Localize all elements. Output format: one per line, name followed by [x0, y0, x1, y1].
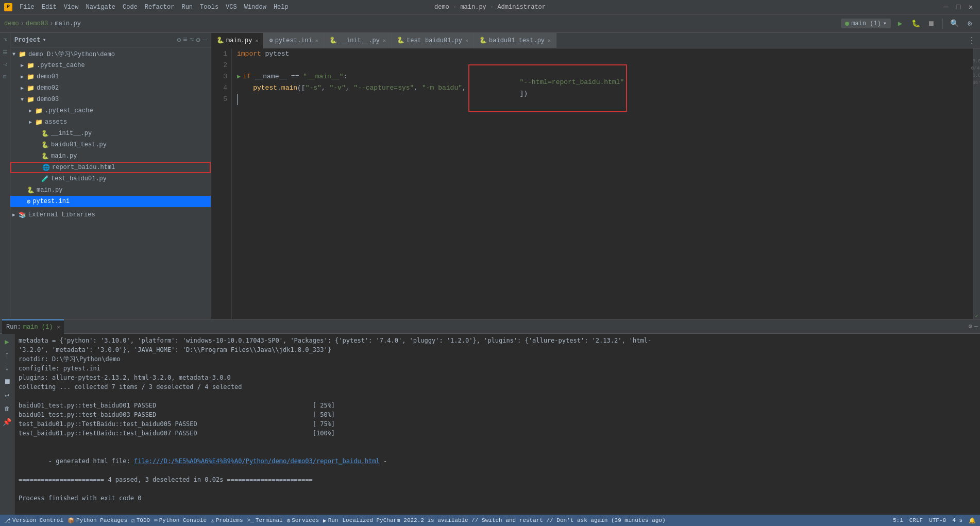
sidebar-dropdown-icon[interactable]: ▾	[42, 36, 46, 44]
settings-icon[interactable]: ⚙	[969, 323, 972, 330]
tree-item-demo02[interactable]: ▶ 📁 demo02	[10, 82, 211, 94]
run-configuration[interactable]: main (1) ▾	[841, 19, 891, 28]
run-button[interactable]: ▶	[894, 18, 906, 30]
tree-item-main-py-root[interactable]: 🐍 main.py	[10, 184, 211, 196]
code-text: .	[277, 82, 281, 94]
menu-code[interactable]: Code	[120, 3, 141, 12]
stop-button[interactable]: ⏹	[925, 18, 937, 30]
settings-icon[interactable]: ⚙	[196, 36, 200, 44]
collapse-icon[interactable]: ≡	[183, 36, 187, 44]
menu-tools[interactable]: Tools	[197, 3, 222, 12]
settings-button[interactable]: ⚙	[964, 18, 976, 30]
tree-item-demo[interactable]: ▼ 📁 demo D:\学习\Python\demo	[10, 48, 211, 60]
console-line	[19, 438, 976, 447]
minimize-panel-icon[interactable]: —	[974, 323, 978, 330]
menu-vcs[interactable]: VCS	[223, 3, 240, 12]
tab-close-button[interactable]: ✕	[465, 38, 468, 44]
status-version-control[interactable]: ⎇ Version Control	[4, 517, 63, 524]
tab-baidu01-test[interactable]: 🐍 baidu01_test.py ✕	[474, 33, 556, 48]
sort-icon[interactable]: ≈	[190, 36, 194, 44]
sidebar-header-icons[interactable]: ⊕ ≡ ≈ ⚙ —	[177, 36, 207, 44]
tree-item-test-baidu01[interactable]: 🧪 test_baidu01.py	[10, 173, 211, 184]
tree-item-init-py[interactable]: 🐍 __init__.py	[10, 128, 211, 139]
menu-help[interactable]: Help	[271, 3, 292, 12]
title-bar: P File Edit View Navigate Code Refactor …	[0, 0, 980, 14]
python-file-icon: 🐍	[41, 152, 49, 160]
status-indent[interactable]: 4 s	[952, 517, 962, 523]
status-encoding[interactable]: UTF-8	[929, 517, 946, 523]
bookmark-icon[interactable]: ☰	[1, 47, 10, 57]
code-text: pytest	[261, 48, 290, 60]
menu-run[interactable]: Run	[178, 3, 196, 12]
run-config-name: main (1)	[23, 324, 53, 331]
scroll-down-button[interactable]: ↓	[2, 363, 13, 374]
status-position[interactable]: 5:1	[893, 517, 903, 523]
minimize-icon[interactable]: —	[202, 36, 207, 44]
close-button[interactable]: ✕	[966, 2, 976, 12]
tree-item-pytest-cache2[interactable]: ▶ 📁 .pytest_cache	[10, 105, 211, 116]
menu-file[interactable]: File	[16, 3, 38, 12]
run-tab[interactable]: Run: main (1) ✕	[2, 319, 64, 334]
scroll-up-button[interactable]: ↑	[2, 349, 13, 361]
tree-item-external-libraries[interactable]: ▶ 📚 External Libraries	[10, 209, 211, 220]
tab-pytest-ini[interactable]: ⚙ pytest.ini ✕	[264, 33, 324, 48]
status-notifications[interactable]: 🔔	[969, 517, 976, 524]
status-services[interactable]: ⚙ Services	[287, 517, 319, 524]
tab-icon: ⚙	[269, 37, 273, 44]
tree-item-report-html[interactable]: 🌐 report_baidu.html	[10, 162, 211, 173]
tab-close-button[interactable]: ✕	[255, 38, 258, 44]
project-icon[interactable]: P	[1, 35, 10, 44]
menu-view[interactable]: View	[61, 3, 82, 12]
menu-edit[interactable]: Edit	[39, 3, 60, 12]
stop-run-button[interactable]: ⏹	[2, 376, 13, 387]
tab-overflow-button[interactable]: ⋮	[964, 36, 980, 46]
learn-icon[interactable]: ?	[1, 60, 10, 69]
pin-button[interactable]: 📌	[2, 416, 13, 428]
tree-item-pytest-cache[interactable]: ▶ 📁 .pytest_cache	[10, 60, 211, 71]
menu-bar[interactable]: File Edit View Navigate Code Refactor Ru…	[16, 3, 292, 12]
html-report-link[interactable]: file:///D:/%E5%AD%A6%E4%B9%A0/Python/dem…	[134, 457, 380, 465]
tab-test-baidu01[interactable]: 🐍 test_baidu01.py ✕	[392, 33, 474, 48]
maximize-button[interactable]: □	[953, 2, 964, 12]
status-run[interactable]: ▶ Run	[323, 517, 338, 524]
tree-item-demo01[interactable]: ▶ 📁 demo01	[10, 71, 211, 82]
status-line-ending[interactable]: CRLF	[909, 517, 923, 523]
tab-close-button[interactable]: ✕	[548, 38, 551, 44]
services-icon: ⚙	[287, 517, 291, 524]
run-again-button[interactable]: ▶	[2, 336, 13, 347]
minimize-button[interactable]: ─	[941, 2, 951, 12]
menu-refactor[interactable]: Refactor	[142, 3, 178, 12]
breadcrumb-part: demo	[4, 20, 19, 27]
status-python-console[interactable]: ⌨ Python Console	[154, 517, 207, 524]
close-run-tab[interactable]: ✕	[57, 324, 60, 330]
title-bar-left: P File Edit View Navigate Code Refactor …	[4, 3, 292, 12]
tab-close-button[interactable]: ✕	[315, 38, 318, 44]
tree-item-assets[interactable]: ▶ 📁 assets	[10, 116, 211, 128]
editor-content[interactable]: 1 2 3 4 5 import pytest ▶ if __name__ =	[211, 48, 980, 319]
clear-output-button[interactable]: 🗑	[2, 403, 13, 414]
tree-item-main-py[interactable]: 🐍 main.py	[10, 150, 211, 162]
debug-button[interactable]: 🐛	[909, 18, 922, 30]
status-terminal[interactable]: >_ Terminal	[247, 517, 283, 523]
code-editor[interactable]: import pytest ▶ if __name__ == "__main__…	[232, 48, 973, 319]
position-label: 5:1	[893, 517, 903, 523]
status-bar: ⎇ Version Control 📦 Python Packages ☑ TO…	[0, 515, 980, 526]
tree-item-pytest-ini[interactable]: ⚙ pytest.ini	[10, 196, 211, 207]
tab-main-py[interactable]: 🐍 main.py ✕	[211, 33, 264, 48]
string-m: "-m baidu"	[422, 82, 462, 94]
tab-close-button[interactable]: ✕	[383, 38, 386, 44]
structure-icon[interactable]: ⊞	[1, 72, 10, 81]
code-line-1: import pytest	[237, 48, 968, 60]
locate-icon[interactable]: ⊕	[177, 36, 181, 44]
window-controls[interactable]: ─ □ ✕	[941, 2, 976, 12]
menu-window[interactable]: Window	[241, 3, 269, 12]
search-button[interactable]: 🔍	[948, 18, 960, 30]
toggle-wrapping-button[interactable]: ↩	[2, 389, 13, 401]
status-python-packages[interactable]: 📦 Python Packages	[67, 517, 127, 524]
status-todo[interactable]: ☑ TODO	[131, 517, 150, 524]
menu-navigate[interactable]: Navigate	[82, 3, 119, 12]
tree-item-baidu01-test[interactable]: 🐍 baidu01_test.py	[10, 139, 211, 150]
tab-init-py[interactable]: 🐍 __init__.py ✕	[324, 33, 392, 48]
tree-item-demo03[interactable]: ▼ 📁 demo03	[10, 94, 211, 105]
status-problems[interactable]: ⚠ Problems	[211, 517, 243, 524]
